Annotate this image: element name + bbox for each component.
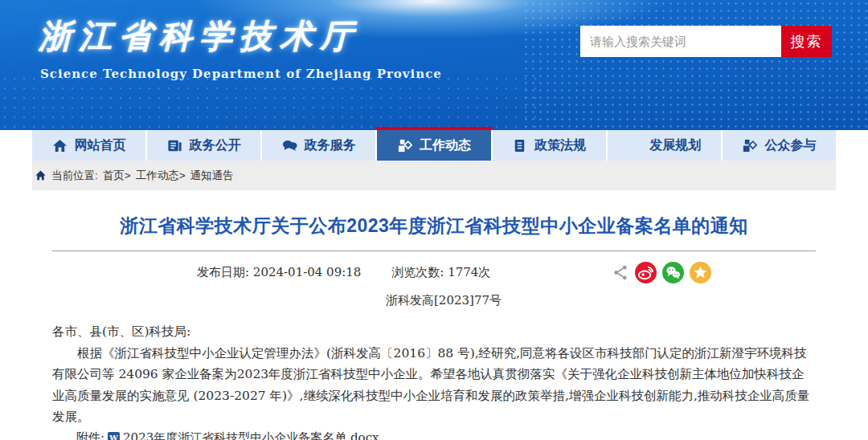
main-navigation: 网站首页 政务公开 政务服务 工作动态 政策法规 [0, 130, 868, 161]
publish-date-label: 发布日期: [197, 265, 249, 279]
nav-item-gov-services[interactable]: 政务服务 [262, 130, 377, 161]
search-box: 搜索 [580, 26, 832, 57]
nav-item-label: 发展规划 [649, 137, 701, 154]
search-button[interactable]: 搜索 [781, 26, 832, 57]
publish-date-value: 2024-01-04 09:18 [253, 265, 361, 279]
breadcrumb-prefix: 当前位置: [51, 169, 98, 183]
breadcrumb-link-home[interactable]: 首页> [103, 169, 131, 183]
document-icon [512, 138, 527, 153]
grid-diamond-icon [397, 138, 412, 153]
body-paragraph: 根据《浙江省科技型中小企业认定管理办法》(浙科发高〔2016〕88 号),经研究… [52, 343, 816, 428]
salutation: 各市、县(市、区)科技局: [52, 321, 816, 343]
document-number: 浙科发高[2023]77号 [386, 293, 816, 308]
article-title: 浙江省科学技术厅关于公布2023年度浙江省科技型中小企业备案名单的通知 [52, 214, 816, 251]
breadcrumb: 当前位置: 首页> 工作动态> 通知通告 [32, 161, 836, 190]
share-nodes-icon[interactable] [612, 264, 629, 281]
nav-item-label: 网站首页 [75, 137, 126, 154]
view-count-value: 1774次 [448, 265, 490, 279]
chat-bubbles-icon [282, 138, 297, 153]
article-content: 浙江省科学技术厅关于公布2023年度浙江省科技型中小企业备案名单的通知 发布日期… [32, 214, 836, 440]
view-count: 浏览次数: 1774次 [391, 265, 490, 280]
nav-item-home[interactable]: 网站首页 [32, 130, 147, 161]
attachment-row: 附件: W 2023年度浙江省科技型中小企业备案名单.docx [52, 430, 816, 440]
wechat-icon[interactable] [662, 262, 684, 283]
nav-item-development-plans[interactable]: 发展规划 [608, 130, 723, 161]
nav-item-public-participation[interactable]: 公众参与 [723, 130, 836, 161]
share-buttons [612, 262, 711, 283]
site-subtitle: Science Technology Department of Zhejian… [32, 67, 836, 81]
breadcrumb-home-icon [35, 169, 47, 181]
article-body: 各市、县(市、区)科技局: 根据《浙江省科技型中小企业认定管理办法》(浙科发高〔… [52, 321, 816, 428]
view-count-label: 浏览次数: [391, 265, 444, 279]
attachment-label: 附件: [76, 430, 104, 440]
nav-item-work-news[interactable]: 工作动态 [377, 130, 492, 161]
nav-item-label: 公众参与 [764, 137, 816, 154]
nav-item-label: 政务服务 [305, 137, 356, 154]
publish-date: 发布日期: 2024-01-04 09:18 [197, 265, 361, 280]
home-icon [52, 138, 68, 153]
grid-diamond-icon [742, 138, 757, 153]
svg-text:W: W [108, 434, 118, 440]
word-doc-icon: W [108, 432, 120, 440]
attachment-link[interactable]: 2023年度浙江省科技型中小企业备案名单.docx [123, 430, 379, 440]
nav-item-policies[interactable]: 政策法规 [493, 130, 608, 161]
newspaper-icon [167, 138, 182, 153]
handshake-icon [627, 138, 642, 153]
nav-item-label: 工作动态 [420, 137, 471, 154]
qzone-icon[interactable] [690, 262, 711, 283]
nav-item-label: 政策法规 [534, 137, 586, 154]
breadcrumb-link-notices[interactable]: 通知通告 [190, 169, 234, 183]
weibo-icon[interactable] [635, 262, 657, 283]
article-meta: 发布日期: 2024-01-04 09:18 浏览次数: 1774次 [52, 262, 816, 283]
nav-item-label: 政务公开 [190, 137, 241, 154]
search-input[interactable] [580, 26, 781, 57]
breadcrumb-link-work-news[interactable]: 工作动态> [136, 169, 186, 183]
site-banner: 浙江省科学技术厅 Science Technology Department o… [0, 0, 868, 130]
nav-item-gov-disclosure[interactable]: 政务公开 [147, 130, 262, 161]
